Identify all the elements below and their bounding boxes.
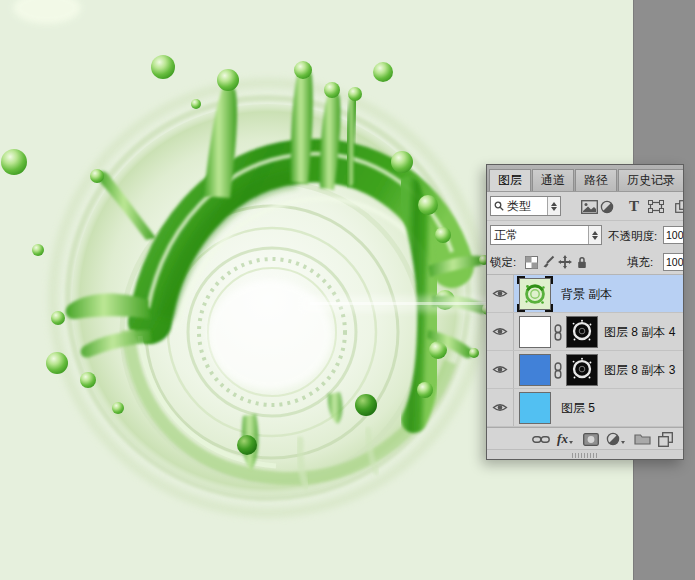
opacity-field[interactable]: 100% — [663, 226, 684, 244]
new-layer-icon[interactable] — [655, 430, 675, 448]
blend-mode-select[interactable]: 正常 — [490, 225, 602, 245]
shape-filter-icon[interactable] — [647, 198, 665, 215]
tab-channels[interactable]: 通道 — [532, 169, 574, 191]
layer-row-layer5[interactable]: 图层 5 — [487, 389, 683, 427]
lock-all-icon[interactable] — [574, 254, 590, 270]
fill-field[interactable]: 100% — [663, 253, 684, 271]
delete-layer-icon[interactable] — [679, 430, 684, 448]
tab-layers[interactable]: 图层 — [489, 169, 531, 191]
visibility-eye-icon[interactable] — [487, 351, 514, 388]
panel-resize-grip[interactable] — [572, 453, 598, 458]
layer-row-background-copy[interactable]: 背景 副本 — [487, 275, 683, 313]
layer-name[interactable]: 背景 副本 — [561, 275, 612, 313]
layer-name[interactable]: 图层 8 副本 3 — [604, 351, 675, 389]
selection-bracket-icon — [545, 276, 553, 284]
tab-paths[interactable]: 路径 — [575, 169, 617, 191]
link-layers-icon[interactable] — [531, 430, 551, 448]
type-filter-icon[interactable]: T — [625, 198, 643, 215]
tab-history[interactable]: 历史记录 — [618, 169, 684, 191]
layer-thumbnail[interactable] — [519, 354, 551, 386]
layers-panel: 图层 通道 路径 历史记录 动作 类型 T 正常 — [486, 164, 684, 460]
layer-style-icon[interactable]: fx — [555, 430, 575, 448]
pixel-filter-icon[interactable] — [580, 198, 598, 215]
lock-pixels-icon[interactable] — [540, 254, 556, 270]
layer-mask-icon[interactable] — [581, 430, 601, 448]
adjustment-layer-icon[interactable] — [605, 430, 625, 448]
filter-type-combo[interactable]: 类型 — [490, 196, 561, 216]
layer-mask-thumbnail[interactable] — [566, 316, 598, 348]
visibility-eye-icon[interactable] — [487, 313, 514, 350]
layer-thumbnail[interactable] — [517, 276, 553, 312]
smart-object-filter-icon[interactable] — [673, 198, 684, 215]
adjustment-filter-icon[interactable] — [598, 198, 616, 215]
lock-transparency-icon[interactable] — [523, 254, 539, 270]
fill-label: 填充: — [627, 255, 653, 270]
layer-name[interactable]: 图层 8 副本 4 — [604, 313, 675, 351]
layers-list: 背景 副本 图层 8 副本 4 — [487, 275, 683, 427]
layer-thumbnail[interactable] — [519, 316, 551, 348]
layer-mask-thumbnail[interactable] — [566, 354, 598, 386]
panel-resize-strip — [487, 449, 683, 460]
panel-toolbar: fx — [487, 427, 683, 449]
lock-label: 锁定: — [490, 255, 516, 270]
layer-thumbnail[interactable] — [519, 392, 551, 424]
group-icon[interactable] — [632, 430, 652, 448]
selection-bracket-icon — [545, 304, 553, 312]
visibility-eye-icon[interactable] — [487, 389, 514, 426]
panel-tab-bar: 图层 通道 路径 历史记录 动作 — [487, 165, 683, 192]
selection-bracket-icon — [517, 276, 525, 284]
visibility-eye-icon[interactable] — [487, 275, 514, 312]
mask-link-chain-icon[interactable] — [553, 324, 563, 344]
opacity-label: 不透明度: — [608, 229, 657, 244]
blend-row: 正常 不透明度: 100% — [487, 221, 683, 249]
combo-spinner[interactable] — [547, 197, 560, 215]
blend-spinner[interactable] — [588, 226, 601, 244]
layer-name[interactable]: 图层 5 — [561, 389, 595, 427]
lock-row: 锁定: 填充: 100% — [487, 249, 683, 275]
selection-bracket-icon — [517, 304, 525, 312]
layer-row-layer8-copy3[interactable]: 图层 8 副本 3 — [487, 351, 683, 389]
layer-filter-row: 类型 T — [487, 192, 683, 221]
mask-link-chain-icon[interactable] — [553, 362, 563, 382]
search-icon — [491, 201, 504, 211]
layer-row-layer8-copy4[interactable]: 图层 8 副本 4 — [487, 313, 683, 351]
lock-position-icon[interactable] — [557, 254, 573, 270]
